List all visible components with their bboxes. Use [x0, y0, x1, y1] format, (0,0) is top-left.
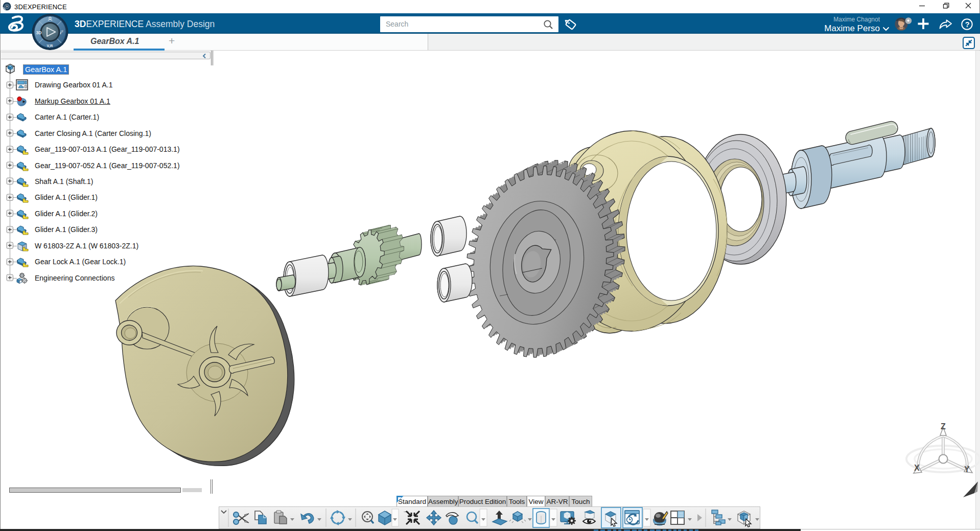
svg-text:Z: Z	[941, 422, 946, 431]
svg-text:?: ?	[965, 20, 970, 29]
svg-text:Y: Y	[964, 465, 970, 474]
svg-text:V,R: V,R	[47, 43, 53, 48]
svg-text:3D: 3D	[36, 30, 42, 35]
svg-text:X: X	[914, 464, 920, 472]
